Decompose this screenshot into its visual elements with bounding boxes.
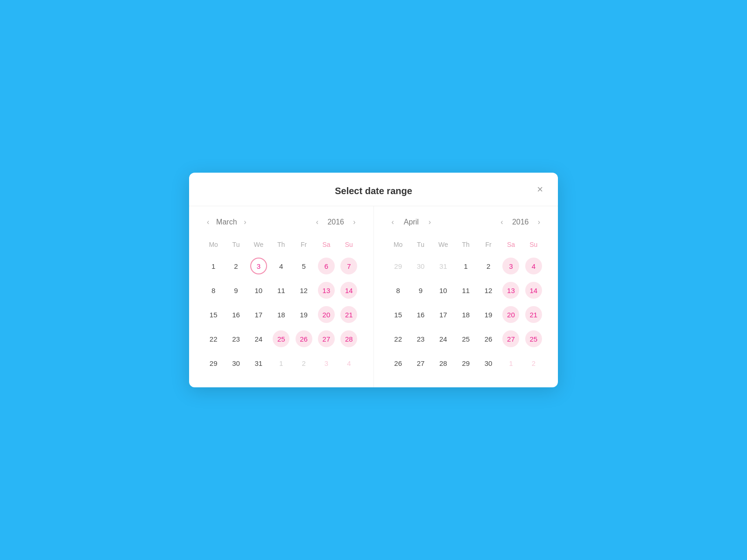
day-20[interactable]: 20 [502,306,519,323]
day-14[interactable]: 14 [340,282,357,299]
day-cell: 1 [455,255,477,277]
day-cell: 28 [338,328,360,350]
day-cell: 22 [202,328,225,350]
day-cell: 21 [338,303,360,326]
right-days: 29 30 31 1 2 3 4 8 9 10 11 12 13 14 15 [387,255,545,374]
day-12[interactable]: 12 [480,282,497,299]
day-16[interactable]: 16 [412,306,429,323]
day-25[interactable]: 25 [273,330,289,347]
modal-title: Select date range [335,186,412,196]
day-11[interactable]: 11 [273,282,289,299]
right-next-year-button[interactable]: › [535,217,543,227]
day-10[interactable]: 10 [435,282,451,299]
day-18[interactable]: 18 [458,306,474,323]
day-25b[interactable]: 25 [525,330,542,347]
day-19[interactable]: 19 [480,306,497,323]
day-23[interactable]: 23 [228,330,245,347]
close-button[interactable]: × [535,182,545,196]
day-cell: 29 [202,352,225,374]
day-5[interactable]: 5 [296,258,312,274]
day-cell: 22 [387,328,409,350]
weekday-th: Th [270,238,292,251]
day-cell: 16 [409,303,432,326]
day-13[interactable]: 13 [318,282,335,299]
day-10[interactable]: 10 [250,282,267,299]
day-22[interactable]: 22 [205,330,222,347]
day-26[interactable]: 26 [296,330,312,347]
day-13[interactable]: 13 [502,282,519,299]
day-30[interactable]: 30 [228,355,245,371]
left-prev-year-button[interactable]: ‹ [313,217,321,227]
right-calendar: ‹ April › ‹ 2016 › Mo Tu We Th Fr Sa [374,206,558,387]
day-2[interactable]: 2 [480,258,497,274]
day-1[interactable]: 1 [205,258,222,274]
day-25[interactable]: 25 [458,330,474,347]
day-cell: 21 [522,303,545,326]
day-21[interactable]: 21 [340,306,357,323]
day-27[interactable]: 27 [502,330,519,347]
day-8[interactable]: 8 [390,282,407,299]
left-next-month-button[interactable]: › [241,217,249,227]
day-apr-2[interactable]: 2 [296,355,312,371]
day-3[interactable]: 3 [502,258,519,274]
right-prev-year-button[interactable]: ‹ [498,217,506,227]
left-next-year-button[interactable]: › [350,217,358,227]
day-28[interactable]: 28 [435,355,451,371]
day-19[interactable]: 19 [296,306,312,323]
weekday-sa: Sa [500,238,522,251]
day-15[interactable]: 15 [205,306,222,323]
right-prev-month-button[interactable]: ‹ [389,217,397,227]
day-29[interactable]: 29 [205,355,222,371]
left-prev-month-button[interactable]: ‹ [204,217,212,227]
day-apr-4[interactable]: 4 [340,355,357,371]
day-24[interactable]: 24 [435,330,451,347]
day-may-2[interactable]: 2 [525,355,542,371]
day-6[interactable]: 6 [318,258,335,274]
day-mar-31[interactable]: 31 [435,258,451,274]
day-apr-3[interactable]: 3 [318,355,335,371]
day-4[interactable]: 4 [273,258,289,274]
day-12[interactable]: 12 [296,282,312,299]
day-4[interactable]: 4 [525,258,542,274]
day-cell: 25 [270,328,292,350]
day-17[interactable]: 17 [435,306,451,323]
day-9[interactable]: 9 [412,282,429,299]
left-days: 1 2 3 4 5 6 7 8 9 10 11 12 13 14 15 [202,255,360,374]
day-1[interactable]: 1 [458,258,474,274]
day-26b[interactable]: 26 [390,355,407,371]
day-11[interactable]: 11 [458,282,474,299]
day-27[interactable]: 27 [318,330,335,347]
day-18[interactable]: 18 [273,306,289,323]
day-17[interactable]: 17 [250,306,267,323]
day-26[interactable]: 26 [480,330,497,347]
day-apr-1[interactable]: 1 [273,355,289,371]
day-may-1[interactable]: 1 [502,355,519,371]
modal-header: Select date range × [189,173,558,206]
day-cell: 30 [409,255,432,277]
day-30[interactable]: 30 [480,355,497,371]
day-2[interactable]: 2 [228,258,245,274]
right-cal-grid: Mo Tu We Th Fr Sa Su 29 30 31 1 2 3 4 [387,238,545,374]
day-27b[interactable]: 27 [412,355,429,371]
day-14[interactable]: 14 [525,282,542,299]
weekday-mo: Mo [202,238,225,251]
day-22[interactable]: 22 [390,330,407,347]
day-8[interactable]: 8 [205,282,222,299]
day-21[interactable]: 21 [525,306,542,323]
day-16[interactable]: 16 [228,306,245,323]
day-23[interactable]: 23 [412,330,429,347]
day-mar-29[interactable]: 29 [390,258,407,274]
left-calendar: ‹ March › ‹ 2016 › Mo Tu We Th Fr Sa [189,206,374,387]
day-9[interactable]: 9 [228,282,245,299]
day-15[interactable]: 15 [390,306,407,323]
day-cell: 30 [225,352,247,374]
day-29[interactable]: 29 [458,355,474,371]
day-7[interactable]: 7 [340,258,357,274]
day-24[interactable]: 24 [250,330,267,347]
day-28[interactable]: 28 [340,330,357,347]
right-next-month-button[interactable]: › [426,217,434,227]
day-31[interactable]: 31 [250,355,267,371]
day-mar-30[interactable]: 30 [412,258,429,274]
day-3[interactable]: 3 [250,258,267,274]
day-20[interactable]: 20 [318,306,335,323]
